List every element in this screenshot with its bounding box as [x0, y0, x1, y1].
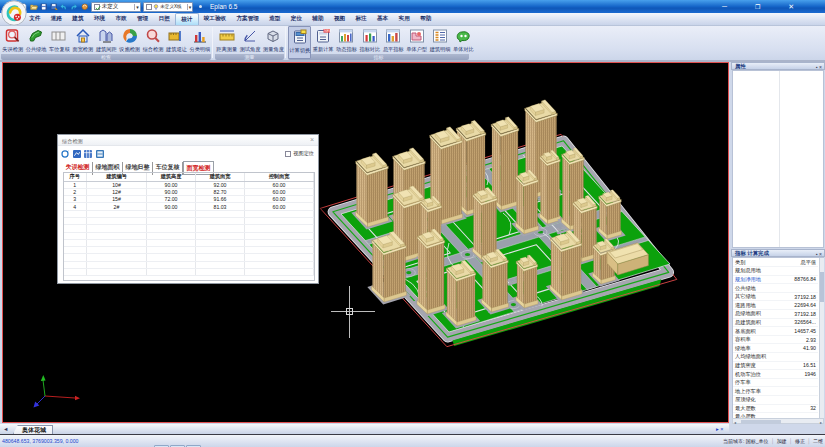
svg-text:NEW: NEW — [324, 29, 331, 33]
